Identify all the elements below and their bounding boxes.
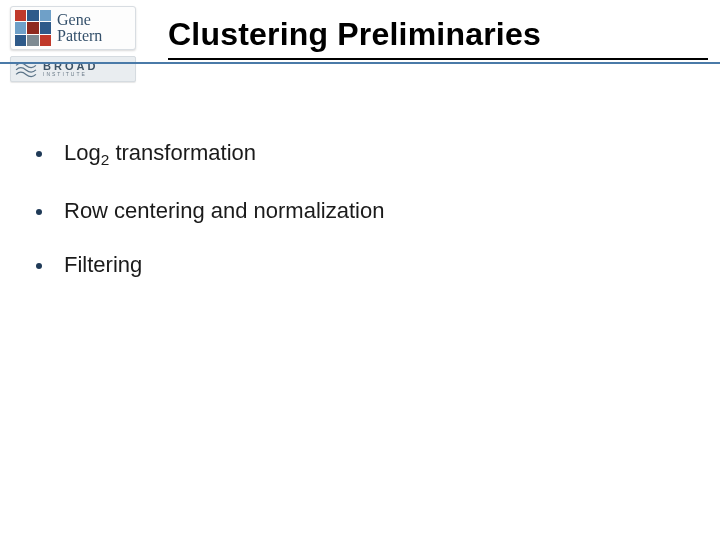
bullet-text: Filtering [64, 252, 142, 278]
content-area: Log2 transformation Row centering and no… [36, 140, 690, 307]
header: Gene Pattern BROAD INSTITUTE Clustering … [0, 0, 720, 98]
logo-line2: Pattern [57, 28, 102, 44]
title-underline [168, 58, 708, 60]
genepattern-grid-icon [15, 10, 51, 46]
genepattern-logo: Gene Pattern [10, 6, 136, 50]
genepattern-text: Gene Pattern [57, 12, 102, 44]
slide-title: Clustering Preliminaries [168, 16, 698, 53]
header-divider [0, 62, 720, 64]
logo-line1: Gene [57, 12, 102, 28]
bullet-icon [36, 209, 42, 215]
bullet-text: Log2 transformation [64, 140, 256, 170]
list-item: Log2 transformation [36, 140, 690, 170]
logo-block: Gene Pattern BROAD INSTITUTE [10, 6, 155, 82]
bullet-subscript: 2 [101, 151, 110, 168]
bullet-suffix: transformation [109, 140, 256, 165]
bullet-icon [36, 151, 42, 157]
slide: Gene Pattern BROAD INSTITUTE Clustering … [0, 0, 720, 540]
bullet-text: Row centering and normalization [64, 198, 384, 224]
bullet-prefix: Log [64, 140, 101, 165]
list-item: Row centering and normalization [36, 198, 690, 224]
broad-line2: INSTITUTE [43, 72, 98, 77]
list-item: Filtering [36, 252, 690, 278]
bullet-icon [36, 263, 42, 269]
broad-logo: BROAD INSTITUTE [10, 56, 136, 82]
